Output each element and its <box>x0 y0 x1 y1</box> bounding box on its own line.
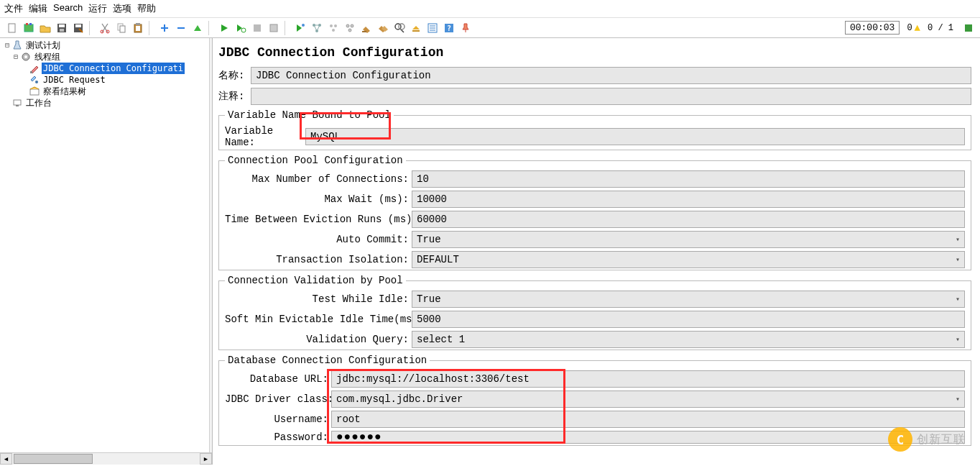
menu-bar: 文件 编辑 Search 运行 选项 帮助 <box>0 0 980 18</box>
testidle-label: Test While Idle: <box>225 293 412 305</box>
scroll-track[interactable] <box>12 453 200 465</box>
menu-edit[interactable]: 编辑 <box>29 2 47 15</box>
svg-rect-18 <box>270 24 277 32</box>
tree-node-threadgroup[interactable]: ⊟ 线程组 <box>3 51 212 63</box>
remote-start-icon[interactable] <box>292 20 308 35</box>
scroll-left-icon[interactable]: ◀ <box>0 453 12 465</box>
clear-all-icon[interactable] <box>375 20 390 35</box>
tree-label: 工作台 <box>24 97 53 109</box>
svg-rect-43 <box>16 105 19 106</box>
max-conn-input[interactable] <box>412 170 965 188</box>
svg-rect-1 <box>24 24 33 32</box>
start-icon[interactable] <box>216 20 231 35</box>
menu-file[interactable]: 文件 <box>4 2 23 15</box>
pin-icon[interactable] <box>458 20 473 35</box>
svg-point-28 <box>348 29 351 32</box>
scroll-right-icon[interactable]: ▶ <box>200 453 212 465</box>
help-icon[interactable]: ? <box>441 20 456 35</box>
svg-point-27 <box>351 24 353 27</box>
tree-node-viewtree[interactable]: 察看结果树 <box>3 86 212 97</box>
search-icon[interactable] <box>392 20 407 35</box>
scroll-thumb[interactable] <box>14 454 93 464</box>
start-no-timers-icon[interactable] <box>233 20 248 35</box>
max-wait-input[interactable] <box>412 191 965 208</box>
chevron-down-icon: ▾ <box>956 395 960 403</box>
reset-search-icon[interactable] <box>408 20 423 35</box>
clear-icon[interactable] <box>359 20 374 35</box>
separator-icon <box>285 21 289 35</box>
select-value: DEFAULT <box>417 254 459 265</box>
max-wait-label: Max Wait (ms): <box>225 193 412 205</box>
validation-legend: Connection Validation by Pool <box>225 275 406 286</box>
toggle-icon[interactable] <box>190 20 205 35</box>
chevron-down-icon: ▾ <box>956 295 960 303</box>
password-label: Password: <box>225 431 331 443</box>
svg-rect-15 <box>136 23 140 25</box>
shutdown-icon[interactable] <box>266 20 281 35</box>
username-label: Username: <box>225 414 331 425</box>
var-pool-fieldset: Variable Name Bound to Pool Variable Nam… <box>218 109 971 150</box>
tree-toggle-icon[interactable]: ⊟ <box>11 51 20 63</box>
separator-icon <box>89 21 93 35</box>
warn-number: 0 <box>907 23 912 33</box>
txiso-select[interactable]: DEFAULT▾ <box>412 251 965 268</box>
tree-node-jdbc-conn[interactable]: JDBC Connection Configurati <box>3 63 212 74</box>
warning-count[interactable]: 0 ▲ <box>907 22 920 34</box>
tree-node-testplan[interactable]: ⊟ 测试计划 <box>3 40 212 51</box>
menu-options[interactable]: 选项 <box>113 2 131 15</box>
menu-search[interactable]: Search <box>53 2 83 15</box>
templates-icon[interactable] <box>21 20 36 35</box>
select-value: True <box>417 234 441 245</box>
new-file-icon[interactable] <box>4 20 19 35</box>
tree-h-scrollbar[interactable]: ◀ ▶ <box>0 452 212 465</box>
svg-rect-6 <box>60 29 64 32</box>
evict-input[interactable] <box>412 211 965 228</box>
workbench-icon <box>11 97 23 109</box>
comment-input[interactable] <box>251 88 971 105</box>
svg-point-31 <box>399 24 405 29</box>
softmin-input[interactable] <box>412 311 965 328</box>
tree-node-workbench[interactable]: 工作台 <box>3 97 212 109</box>
save-icon[interactable] <box>54 20 69 35</box>
remote-start-all-icon[interactable] <box>309 20 324 35</box>
username-input[interactable] <box>331 411 965 428</box>
copy-icon[interactable] <box>114 20 129 35</box>
select-value: select 1 <box>417 334 465 345</box>
var-name-input[interactable] <box>305 128 965 145</box>
driver-select[interactable]: com.mysql.jdbc.Driver▾ <box>331 390 965 408</box>
tree-toggle-icon[interactable]: ⊟ <box>3 40 11 51</box>
dburl-input[interactable] <box>331 370 965 388</box>
collapse-icon[interactable] <box>173 20 188 35</box>
evict-label: Time Between Eviction Runs (ms): <box>225 214 412 225</box>
svg-point-24 <box>334 24 337 27</box>
stop-icon[interactable] <box>249 20 264 35</box>
max-conn-label: Max Number of Connections: <box>225 173 412 185</box>
valquery-select[interactable]: select 1▾ <box>412 331 965 348</box>
tree-label: JDBC Request <box>42 74 107 86</box>
svg-rect-0 <box>9 24 15 32</box>
db-fieldset: Database Connection Configuration Databa… <box>218 355 971 446</box>
remote-stop-icon[interactable] <box>325 20 341 35</box>
timer-display: 00:00:03 <box>845 21 900 35</box>
remote-shutdown-icon[interactable] <box>342 20 357 35</box>
svg-text:?: ? <box>446 24 450 32</box>
password-input[interactable]: ●●●●●● <box>331 431 965 444</box>
open-icon[interactable] <box>37 20 52 35</box>
tree-node-jdbc-req[interactable]: JDBC Request <box>3 74 212 86</box>
save-as-icon[interactable] <box>70 20 85 35</box>
svg-point-23 <box>330 24 333 27</box>
svg-point-25 <box>332 29 335 32</box>
autocommit-select[interactable]: True▾ <box>412 231 965 248</box>
name-input[interactable] <box>251 67 971 84</box>
expand-icon[interactable] <box>157 20 172 35</box>
svg-rect-42 <box>14 100 21 105</box>
cut-icon[interactable] <box>97 20 112 35</box>
menu-run[interactable]: 运行 <box>88 2 107 15</box>
menu-help[interactable]: 帮助 <box>137 2 156 15</box>
paste-icon[interactable] <box>130 20 145 35</box>
function-helper-icon[interactable] <box>425 20 440 35</box>
svg-rect-14 <box>136 26 140 31</box>
validation-fieldset: Connection Validation by Pool Test While… <box>218 275 971 350</box>
db-legend: Database Connection Configuration <box>225 355 430 366</box>
testidle-select[interactable]: True▾ <box>412 291 965 308</box>
